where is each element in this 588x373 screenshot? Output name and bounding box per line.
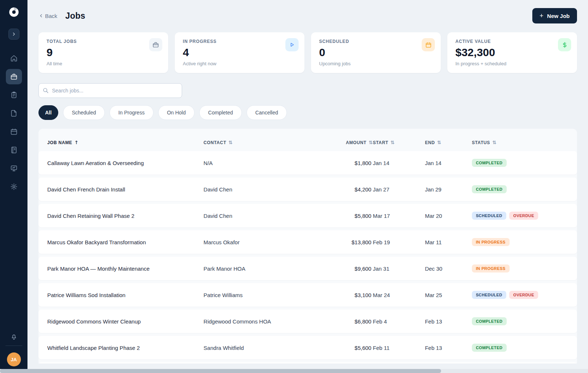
jobs-table-header: JOB NAME ↑ CONTACT ⇅ AMOUNT ⇅ START ⇅ EN… (38, 129, 577, 151)
app-window: JA Back Jobs + New Job TOTAL JOBS 9 All … (0, 0, 588, 373)
job-name-cell: Whitfield Landscape Planting Phase 2 (47, 345, 204, 351)
search-icon (42, 87, 49, 94)
new-job-button[interactable]: + New Job (532, 8, 577, 23)
clipboard-icon (10, 91, 18, 99)
back-label: Back (45, 13, 57, 19)
table-row[interactable]: Park Manor HOA — Monthly Maintenance Par… (38, 257, 577, 280)
sidebar-nav (6, 51, 22, 194)
table-row[interactable]: Marcus Okafor Backyard Transformation Ma… (38, 230, 577, 254)
start-cell: Feb 11 (373, 345, 425, 351)
status-badge-overdue: OVERDUE (509, 212, 538, 220)
sidebar-item-home[interactable] (6, 51, 22, 66)
filter-chip-cancelled[interactable]: Cancelled (247, 105, 287, 120)
table-row[interactable]: David Chen French Drain Install David Ch… (38, 178, 577, 201)
job-name-cell: Park Manor HOA — Monthly Maintenance (47, 266, 204, 272)
status-cell: SCHEDULEDOVERDUE (472, 212, 568, 220)
status-badge-scheduled: SCHEDULED (472, 291, 506, 299)
end-cell: Mar 25 (425, 292, 472, 298)
stat-cards: TOTAL JOBS 9 All time IN PROGRESS 4 Acti… (38, 32, 577, 73)
stat-value: $32,300 (455, 46, 569, 59)
table-row[interactable]: Ridgewood Commons Winter Cleanup Ridgewo… (38, 310, 577, 333)
user-avatar[interactable]: JA (7, 352, 21, 366)
filter-chip-on-hold[interactable]: On Hold (158, 105, 195, 120)
filter-chip-all[interactable]: All (38, 105, 58, 120)
status-cell: COMPLETED (472, 159, 568, 167)
sidebar-item-contacts[interactable] (6, 87, 22, 103)
start-cell: Jan 14 (373, 160, 425, 166)
contact-cell: Patrice Williams (204, 292, 311, 298)
start-cell: Jan 31 (373, 266, 425, 272)
column-header-start[interactable]: START ⇅ (373, 140, 425, 145)
status-badge-completed: COMPLETED (472, 317, 507, 325)
stat-value: 4 (183, 46, 296, 59)
job-name-cell: Patrice Williams Sod Installation (47, 292, 204, 298)
amount-cell: $1,800 (310, 160, 373, 166)
notifications-button[interactable] (10, 333, 18, 340)
status-cell: SCHEDULEDOVERDUE (472, 291, 568, 299)
sidebar-item-documents[interactable] (6, 106, 22, 121)
new-job-label: New Job (547, 13, 570, 19)
filter-chip-completed[interactable]: Completed (199, 105, 242, 120)
sidebar-item-ledger[interactable] (6, 142, 22, 158)
sidebar-item-settings[interactable] (6, 179, 22, 194)
status-cell: COMPLETED (472, 344, 568, 352)
sort-icon: ⇅ (437, 140, 441, 145)
sort-asc-icon: ↑ (74, 140, 79, 145)
ledger-icon (10, 146, 18, 154)
end-cell: Jan 14 (425, 160, 472, 166)
sidebar-expand-button[interactable] (8, 29, 19, 40)
calendar-icon (10, 128, 18, 135)
sidebar-item-dashboard[interactable] (6, 161, 22, 176)
table-row[interactable]: Patrice Williams Sod Installation Patric… (38, 283, 577, 307)
start-cell: Feb 4 (373, 318, 425, 325)
column-header-contact[interactable]: CONTACT ⇅ (204, 140, 311, 145)
plus-icon: + (540, 12, 544, 19)
start-cell: Mar 24 (373, 292, 425, 298)
stat-card-total-jobs: TOTAL JOBS 9 All time (38, 32, 168, 73)
jobs-table: JOB NAME ↑ CONTACT ⇅ AMOUNT ⇅ START ⇅ EN… (38, 129, 577, 363)
search-box (38, 83, 182, 98)
column-header-amount[interactable]: AMOUNT ⇅ (310, 140, 373, 145)
search-input[interactable] (38, 83, 182, 98)
job-name-cell: David Chen Retaining Wall Phase 2 (47, 213, 204, 219)
document-icon (10, 110, 18, 117)
amount-cell: $13,800 (310, 239, 373, 245)
horizontal-scrollbar[interactable] (0, 369, 588, 373)
contact-cell: Ridgewood Commons HOA (204, 318, 311, 325)
stat-value: 9 (47, 46, 160, 59)
filter-chip-in-progress[interactable]: In Progress (110, 105, 154, 120)
table-row[interactable]: Whitfield Landscape Planting Phase 2 San… (38, 336, 577, 359)
column-header-status[interactable]: STATUS ⇅ (472, 140, 568, 145)
stat-label: ACTIVE VALUE (455, 39, 569, 44)
sidebar-item-jobs[interactable] (6, 69, 22, 84)
start-cell: Jan 27 (373, 186, 425, 193)
table-row[interactable]: Callaway Lawn Aeration & Overseeding N/A… (38, 151, 577, 175)
briefcase-icon (10, 73, 18, 80)
sidebar-item-calendar[interactable] (6, 124, 22, 139)
table-row[interactable]: David Chen Retaining Wall Phase 2 David … (38, 204, 577, 227)
table-row-partial[interactable] (38, 362, 577, 363)
job-name-cell: Ridgewood Commons Winter Cleanup (47, 318, 204, 325)
stat-subtitle: Upcoming jobs (319, 61, 433, 66)
amount-cell: $5,800 (310, 213, 373, 219)
sort-icon: ⇅ (369, 140, 373, 145)
sidebar: JA (0, 0, 27, 373)
scrollbar-thumb[interactable] (0, 369, 441, 373)
contact-cell: Sandra Whitfield (204, 345, 311, 351)
home-icon (10, 55, 18, 62)
status-badge-scheduled: SCHEDULED (472, 212, 506, 220)
contact-cell: David Chen (204, 186, 311, 193)
sort-icon: ⇅ (229, 140, 233, 145)
filter-chip-scheduled[interactable]: Scheduled (63, 105, 105, 120)
column-header-job-name[interactable]: JOB NAME ↑ (47, 140, 204, 145)
status-badge-completed: COMPLETED (472, 185, 507, 193)
contact-cell: N/A (204, 160, 311, 166)
stat-subtitle: All time (47, 61, 160, 66)
stat-label: IN PROGRESS (183, 39, 296, 44)
contact-cell: Marcus Okafor (204, 239, 311, 245)
column-header-end[interactable]: END ⇅ (425, 140, 472, 145)
back-button[interactable]: Back (38, 13, 57, 19)
amount-cell: $3,100 (310, 292, 373, 298)
status-cell: IN PROGRESS (472, 238, 568, 246)
job-name-cell: David Chen French Drain Install (47, 186, 204, 193)
